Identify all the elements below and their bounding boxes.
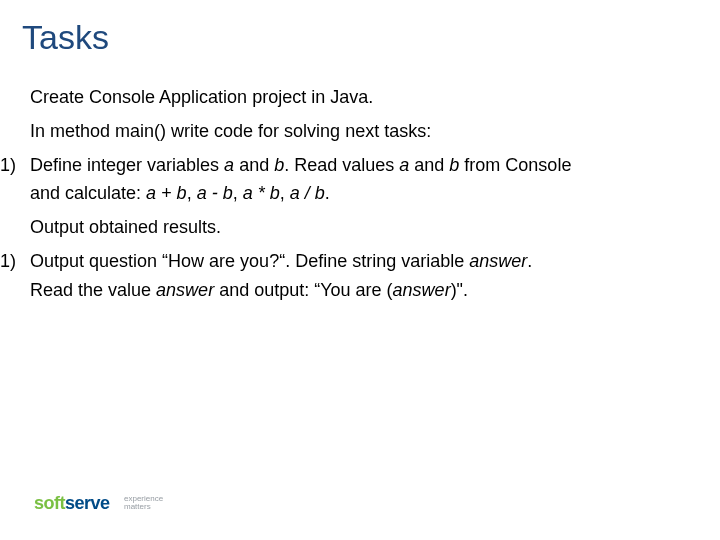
slide-title: Tasks bbox=[22, 18, 109, 57]
task-2-text: Output question “How are you?“. Define s… bbox=[30, 251, 532, 271]
task-1-output: Output obtained results. bbox=[30, 214, 700, 240]
task-2-continuation: Read the value answer and output: “You a… bbox=[30, 277, 700, 303]
task-2: 1)Output question “How are you?“. Define… bbox=[0, 248, 700, 274]
logo-serve: serve bbox=[65, 493, 110, 513]
task-2-number: 1) bbox=[0, 248, 30, 274]
task-1-text: Define integer variables a and b. Read v… bbox=[30, 155, 571, 175]
task-1: 1)Define integer variables a and b. Read… bbox=[0, 152, 700, 178]
slide-body: Create Console Application project in Ja… bbox=[0, 80, 700, 311]
logo-soft: soft bbox=[34, 493, 65, 513]
task-1-continuation: and calculate: a + b, a - b, a * b, a / … bbox=[30, 180, 700, 206]
logo-tagline: experience matters bbox=[124, 495, 163, 511]
intro-line-1: Create Console Application project in Ja… bbox=[30, 84, 700, 110]
task-1-number: 1) bbox=[0, 152, 30, 178]
intro-line-2: In method main() write code for solving … bbox=[30, 118, 700, 144]
softserve-logo: softserve bbox=[34, 493, 110, 514]
